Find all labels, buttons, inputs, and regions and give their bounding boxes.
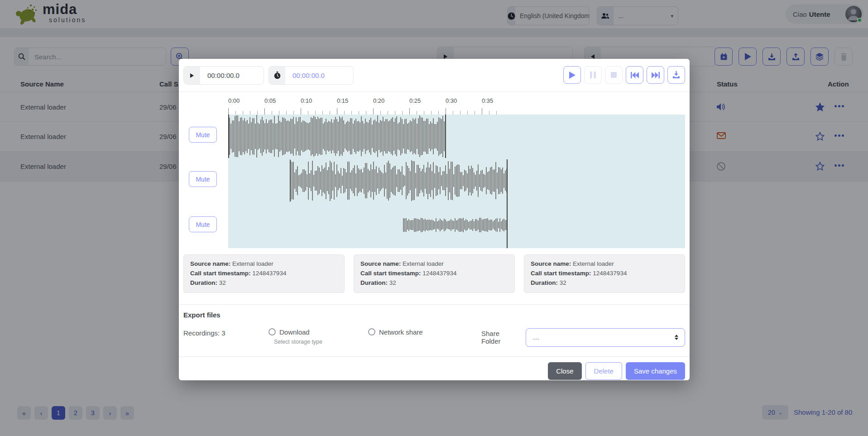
recording-info-cards: Source name: External loader Call start …: [179, 248, 690, 293]
delete-button[interactable]: Delete: [585, 362, 622, 380]
network-share-radio-label: Network share: [379, 328, 423, 336]
timestamp-label: Call start timestamp:: [531, 270, 591, 277]
source-name-label: Source name:: [360, 260, 401, 267]
waveform-canvas[interactable]: [228, 115, 685, 248]
timestamp-label: Call start timestamp:: [360, 270, 421, 277]
mute-track-3-button[interactable]: Mute: [189, 216, 217, 232]
ruler-label: 0:00: [228, 97, 240, 104]
timestamp-value: 1248437934: [593, 270, 627, 277]
export-title: Export files: [183, 311, 685, 319]
waveform-track-2: [290, 159, 507, 202]
source-name-label: Source name:: [190, 260, 230, 267]
share-folder-group: Share Folder ....: [481, 328, 685, 347]
timeline-ticks: [228, 108, 500, 115]
ruler-label: 0:35: [482, 97, 493, 104]
mute-track-2-button[interactable]: Mute: [189, 171, 217, 187]
transport-controls: [563, 66, 685, 91]
skip-forward-button[interactable]: [647, 66, 664, 84]
close-button[interactable]: Close: [548, 362, 581, 380]
source-name-value: External loader: [232, 260, 273, 267]
waveform-track-1: [228, 115, 446, 158]
recording-card: Source name: External loader Call start …: [524, 254, 685, 293]
network-share-option: Network share: [368, 328, 481, 336]
share-folder-select[interactable]: ....: [526, 328, 685, 347]
duration-label: Duration:: [190, 279, 217, 286]
stop-button: [605, 66, 623, 84]
ruler-label: 0:05: [264, 97, 276, 104]
download-radio-label: Download: [279, 328, 310, 336]
pause-button: [584, 66, 602, 84]
recording-card: Source name: External loader Call start …: [183, 254, 345, 293]
mute-track-1-button[interactable]: Mute: [189, 127, 217, 143]
ruler-label: 0:30: [446, 97, 457, 104]
recording-card: Source name: External loader Call start …: [354, 254, 515, 293]
ruler-label: 0:15: [337, 97, 348, 104]
modal-footer: Close Delete Save changes: [179, 356, 690, 380]
play-marker-icon: [184, 67, 200, 84]
timestamp-value: 1248437934: [252, 270, 286, 277]
timestamp-label: Call start timestamp:: [190, 270, 251, 277]
radio-icon[interactable]: [368, 328, 375, 335]
duration-value: 32: [560, 279, 566, 286]
current-time-field[interactable]: 00:00:00.0: [183, 66, 264, 85]
region-boundary-line: [507, 159, 508, 248]
storage-type-hint: Select storage type: [274, 339, 368, 345]
duration-value: 32: [219, 279, 226, 286]
source-name-value: External loader: [403, 260, 444, 267]
ruler-label: 0:10: [301, 97, 312, 104]
network-share-radio[interactable]: Network share: [368, 328, 481, 336]
skip-back-button[interactable]: [626, 66, 643, 84]
duration-label: Duration:: [360, 279, 388, 286]
source-name-value: External loader: [573, 260, 614, 267]
recordings-count: Recordings: 3: [183, 328, 269, 337]
export-options-row: Recordings: 3 Download Select storage ty…: [183, 328, 685, 347]
save-changes-button[interactable]: Save changes: [626, 362, 685, 380]
share-folder-label: Share Folder: [481, 330, 519, 345]
current-time-value: 00:00:00.0: [200, 67, 264, 84]
ruler-label: 0:25: [409, 97, 421, 104]
source-name-label: Source name:: [531, 260, 571, 267]
radio-icon[interactable]: [269, 328, 276, 335]
ruler-label: 0:20: [373, 97, 384, 104]
recording-player-modal: 00:00:00.0 00:00:00.0: [179, 59, 690, 380]
waveform-track-3: [403, 215, 507, 235]
export-section: Export files Recordings: 3 Download Sele…: [179, 305, 690, 347]
duration-label: Duration:: [531, 279, 558, 286]
play-button[interactable]: [563, 66, 581, 84]
select-arrows-icon: [675, 335, 678, 340]
total-time-field[interactable]: 00:00:00.0: [269, 66, 354, 85]
timestamp-value: 1248437934: [422, 270, 456, 277]
download-recording-button[interactable]: [667, 66, 685, 84]
download-option: Download Select storage type: [269, 328, 368, 345]
duration-value: 32: [389, 279, 396, 286]
share-folder-value: ....: [532, 334, 539, 341]
player-controls-bar: 00:00:00.0 00:00:00.0: [179, 59, 690, 92]
waveform-section: 0:00 0:05 0:10 0:15 0:20 0:25 0:30 0:35 …: [179, 92, 690, 248]
total-time-value: 00:00:00.0: [285, 67, 353, 84]
download-radio[interactable]: Download: [269, 328, 368, 336]
stopwatch-icon: [269, 67, 285, 84]
app-root: mida solutions English (United Kingdom) …: [0, 0, 868, 436]
